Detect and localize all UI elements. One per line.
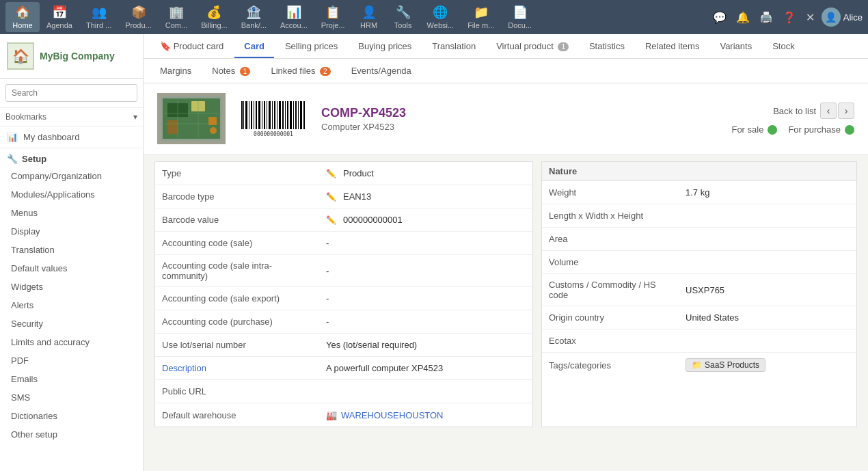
for-sale-label: For sale <box>731 124 763 135</box>
sub-tab-linked-files[interactable]: Linked files 2 <box>261 59 340 83</box>
bookmarks-label: Bookmarks <box>5 112 46 122</box>
tools-icon: 🔧 <box>396 5 411 20</box>
documents-icon: 📄 <box>513 5 528 20</box>
for-purchase-dot <box>845 125 854 135</box>
product-code: COMP-XP4523 <box>321 106 718 120</box>
nav-tools[interactable]: 🔧 Tools <box>386 2 420 32</box>
dashboard-icon: 📊 <box>7 132 18 142</box>
sub-tab-events-agenda[interactable]: Events/Agenda <box>342 59 421 83</box>
company-logo[interactable]: 🏠 MyBig Company <box>0 34 143 79</box>
print-icon[interactable]: 🖨️ <box>757 8 776 27</box>
close-icon[interactable]: ✕ <box>803 8 817 27</box>
sidebar-item-pdf[interactable]: PDF <box>0 351 143 370</box>
nav-bank[interactable]: 🏦 Bank/... <box>234 2 273 32</box>
svg-rect-14 <box>243 101 244 129</box>
svg-text:000000000001: 000000000001 <box>254 131 293 137</box>
username-label: Alice <box>843 12 863 23</box>
product-barcode: 000000000001 <box>239 100 308 137</box>
notification-icon[interactable]: 🔔 <box>733 8 752 27</box>
nav-billing[interactable]: 💰 Billing... <box>194 2 234 32</box>
bookmarks-toggle[interactable]: Bookmarks ▾ <box>0 108 143 126</box>
svg-rect-27 <box>277 101 277 129</box>
for-purchase-label: For purchase <box>788 124 841 135</box>
sidebar-item-dictionaries[interactable]: Dictionaries <box>0 407 143 425</box>
svg-rect-30 <box>285 101 286 129</box>
sidebar: 🏠 MyBig Company Bookmarks ▾ 📊 My dashboa… <box>0 34 144 471</box>
sidebar-item-alerts[interactable]: Alerts <box>0 296 143 314</box>
sidebar-item-modules[interactable]: Modules/Applications <box>0 185 143 204</box>
content-area: 🔖 Product card Card Selling prices Buyin… <box>144 34 868 471</box>
nav-projects[interactable]: 📋 Proje... <box>314 2 352 32</box>
svg-rect-37 <box>303 101 305 129</box>
linked-files-badge: 2 <box>320 67 331 76</box>
user-menu[interactable]: 👤 Alice <box>822 8 863 27</box>
nav-hrm[interactable]: 👤 HRM <box>352 2 386 32</box>
company-name: MyBig Company <box>40 51 115 62</box>
nav-agenda[interactable]: 📅 Agenda <box>40 2 79 32</box>
nav-accounts[interactable]: 📊 Accou... <box>273 2 314 32</box>
sidebar-item-other-setup[interactable]: Other setup <box>0 425 143 444</box>
prev-button[interactable]: ‹ <box>820 103 837 119</box>
field-accounting-sale-export: Accounting code (sale export) - <box>155 287 532 310</box>
field-barcode-value: Barcode value ✏️ 000000000001 <box>155 208 532 232</box>
edit-icon: ✏️ <box>326 215 336 225</box>
tab-buying-prices[interactable]: Buying prices <box>349 34 421 58</box>
back-to-list[interactable]: Back to list ‹ › <box>773 103 854 119</box>
tab-selling-prices[interactable]: Selling prices <box>275 34 347 58</box>
sidebar-item-menus[interactable]: Menus <box>0 204 143 222</box>
svg-rect-15 <box>245 101 247 129</box>
sidebar-item-display[interactable]: Display <box>0 222 143 241</box>
sidebar-item-sms[interactable]: SMS <box>0 388 143 407</box>
tab-virtual-product[interactable]: Virtual product 1 <box>487 34 578 58</box>
chat-icon[interactable]: 💬 <box>710 8 729 27</box>
warehouse-link[interactable]: WAREHOUSEHOUSTON <box>341 410 444 420</box>
tab-translation[interactable]: Translation <box>422 34 485 58</box>
sidebar-item-limits[interactable]: Limits and accuracy <box>0 333 143 351</box>
sidebar-item-security[interactable]: Security <box>0 314 143 333</box>
field-barcode-type: Barcode type ✏️ EAN13 <box>155 185 532 208</box>
sub-tab-margins[interactable]: Margins <box>150 59 201 83</box>
field-accounting-sale-intra: Accounting code (sale intra-community) - <box>155 255 532 287</box>
sidebar-item-default-values[interactable]: Default values <box>0 259 143 278</box>
sidebar-item-company[interactable]: Company/Organization <box>0 167 143 185</box>
nav-products[interactable]: 📦 Produ... <box>118 2 159 32</box>
tab-variants[interactable]: Variants <box>710 34 761 58</box>
for-sale-status: For sale <box>731 124 777 135</box>
nav-home[interactable]: 🏠 Home <box>5 2 40 32</box>
tab-bar: 🔖 Product card Card Selling prices Buyin… <box>144 34 868 59</box>
nav-filemanager[interactable]: 📁 File m... <box>461 2 501 32</box>
sidebar-item-emails[interactable]: Emails <box>0 370 143 388</box>
nav-documents[interactable]: 📄 Docu... <box>501 2 539 32</box>
setup-section-header: 🔧 Setup <box>0 148 143 167</box>
tab-statistics[interactable]: Statistics <box>580 34 634 58</box>
tab-stock[interactable]: Stock <box>763 34 804 58</box>
sidebar-item-translation[interactable]: Translation <box>0 241 143 259</box>
search-container <box>0 79 143 108</box>
field-accounting-purchase: Accounting code (purchase) - <box>155 310 532 334</box>
product-name: Computer XP4523 <box>321 122 718 132</box>
tag-saas-products[interactable]: 📁 SaaS Products <box>686 358 765 372</box>
product-header-right: Back to list ‹ › For sale For purchase <box>731 103 854 135</box>
agenda-icon: 📅 <box>52 5 67 20</box>
bank-icon: 🏦 <box>246 5 261 20</box>
accounts-icon: 📊 <box>286 5 301 20</box>
tab-related-items[interactable]: Related items <box>636 34 709 58</box>
nav-website[interactable]: 🌐 Websi... <box>420 2 461 32</box>
tab-card[interactable]: Card <box>234 34 274 58</box>
sidebar-item-widgets[interactable]: Widgets <box>0 278 143 296</box>
tab-product-card[interactable]: 🔖 Product card <box>150 34 233 58</box>
dashboard-link[interactable]: 📊 My dashboard <box>0 126 143 148</box>
svg-rect-16 <box>249 101 249 129</box>
svg-rect-36 <box>300 101 302 129</box>
help-icon[interactable]: ❓ <box>780 8 799 27</box>
field-use-lot: Use lot/serial number Yes (lot/serial re… <box>155 334 532 357</box>
sale-status: For sale For purchase <box>731 124 854 135</box>
virtual-product-badge: 1 <box>558 42 569 51</box>
search-input[interactable] <box>5 84 137 102</box>
sub-tab-notes[interactable]: Notes 1 <box>202 59 260 83</box>
next-button[interactable]: › <box>838 103 854 119</box>
svg-rect-10 <box>208 117 217 125</box>
nav-third[interactable]: 👥 Third ... <box>79 2 118 32</box>
for-purchase-status: For purchase <box>788 124 854 135</box>
nav-commercial[interactable]: 🏢 Com... <box>159 2 194 32</box>
